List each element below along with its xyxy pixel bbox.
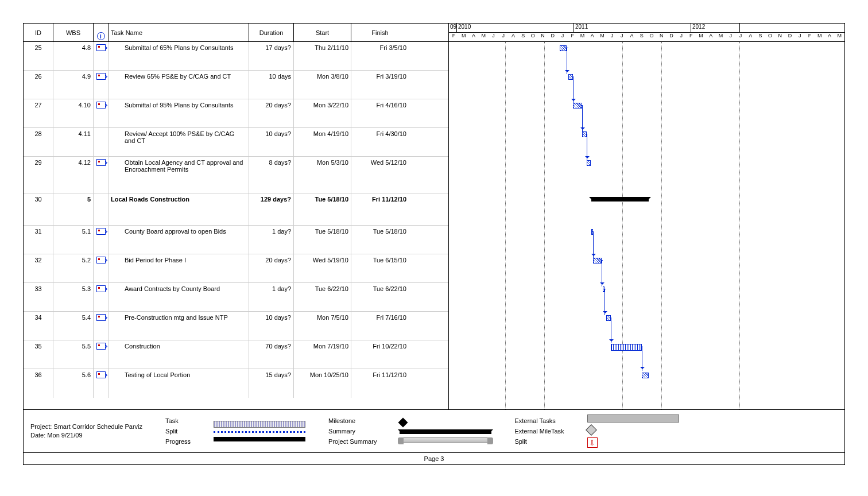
gantt-bar[interactable] [611,344,642,351]
col-wbs: WBS [53,24,94,41]
milestone-swatch [398,418,408,428]
col-start: Start [294,24,351,41]
cell-task: County Board approval to open Bids [108,226,249,254]
gantt-bar[interactable] [582,131,587,137]
month-label: M [815,33,824,42]
cell-info [94,157,108,193]
project-date: Date: Mon 9/21/09 [30,431,142,440]
month-label: D [785,33,795,42]
month-label: J [795,33,805,42]
cell-duration: 70 days? [249,340,294,369]
month-label: M [479,33,489,42]
gantt-bar[interactable] [642,373,649,378]
month-label: M [696,33,706,42]
cell-task: Submittal of 95% Plans by Consultants [108,99,249,127]
cell-wbs: 5.3 [53,283,94,311]
table-row[interactable]: 254.8Submittal of 65% Plans by Consultan… [24,42,448,71]
note-icon [96,159,106,166]
cell-duration: 10 days? [249,128,294,156]
cell-start: Tue 5/18/10 [294,226,351,254]
cell-info [94,254,108,282]
note-icon [96,371,106,378]
gantt-bar[interactable] [573,103,582,108]
cell-start: Mon 3/8/10 [294,71,351,99]
month-label: J [607,33,617,42]
gantt-bar[interactable] [606,315,611,321]
year-label: 2012 [691,24,740,32]
gantt-bar[interactable] [560,45,567,51]
month-label: O [528,33,538,42]
month-label: A [746,33,755,42]
cell-duration: 15 days? [249,369,294,398]
col-id: ID [24,24,53,41]
cell-finish: Fri 11/12/10 [351,369,409,398]
dependency-arrow [573,76,574,103]
cell-start: Tue 6/22/10 [294,283,351,311]
table-row[interactable]: 274.10Submittal of 95% Plans by Consulta… [24,99,448,128]
table-row[interactable]: 294.12Obtain Local Agency and CT approva… [24,157,448,193]
month-label: J [617,33,627,42]
cell-task: Obtain Local Agency and CT approval and … [108,157,249,193]
cell-id: 32 [24,254,53,282]
summary-swatch [400,429,491,434]
gridline [544,42,545,409]
cell-start: Mon 4/19/10 [294,128,351,156]
cell-id: 26 [24,71,53,99]
cell-finish: Tue 6/22/10 [351,283,409,311]
table-row[interactable]: 264.9Review 65% PS&E by C/CAG and CT10 d… [24,71,448,99]
month-label: A [824,33,834,42]
legend-external-label: External Tasks [514,417,555,424]
table-row[interactable]: 345.4Pre-Construction mtg and Issue NTP1… [24,312,448,340]
note-icon [96,102,106,108]
cell-start: Tue 5/18/10 [294,193,351,225]
col-info: i [94,24,108,41]
cell-start: Wed 5/19/10 [294,254,351,282]
cell-duration: 8 days? [249,157,294,193]
cell-start: Mon 5/3/10 [294,157,351,193]
month-label: J [557,33,567,42]
cell-wbs: 5.6 [53,369,94,398]
table-row[interactable]: 284.11Review/ Accept 100% PS&E by C/CAG … [24,128,448,157]
note-icon [96,285,106,292]
col-task: Task Name [108,24,249,41]
cell-info [94,128,108,156]
split-swatch [214,431,305,433]
table-row[interactable]: 365.6Testing of Local Portion15 days?Mon… [24,369,448,398]
table-row[interactable]: 315.1County Board approval to open Bids1… [24,226,448,254]
table-row[interactable]: 355.5Construction70 days?Mon 7/19/10Fri … [24,340,448,369]
cell-finish: Fri 10/22/10 [351,340,409,369]
gridline [739,42,740,409]
cell-wbs: 4.9 [53,71,94,99]
cell-info [94,340,108,369]
year-label: 2011 [574,24,691,32]
cell-id: 29 [24,157,53,193]
gantt-bar[interactable] [568,74,573,80]
cell-finish: Fri 3/19/10 [351,71,409,99]
legend-task-label: Task [165,417,179,424]
cell-wbs: 5 [53,193,94,225]
cell-finish: Fri 4/16/10 [351,99,409,127]
gantt-bar[interactable] [591,197,649,202]
cell-duration: 20 days? [249,254,294,282]
table-row[interactable]: 335.3Award Contracts by County Board1 da… [24,283,448,312]
dependency-connector [567,48,568,48]
gantt-bar[interactable] [593,258,602,264]
dependency-arrow [642,346,642,371]
legend-summary-label: Summary [328,428,355,435]
col-finish: Finish [351,24,409,41]
legend-milestone-label: Milestone [328,417,355,424]
month-label: S [755,33,765,42]
month-label: J [498,33,508,42]
month-label: M [578,33,587,42]
month-label: O [765,33,775,42]
table-row[interactable]: 325.2Bid Period for Phase I20 days?Wed 5… [24,254,448,283]
cell-task: Construction [108,340,249,369]
gantt-bar[interactable] [587,160,591,166]
month-label: J [489,33,498,42]
dependency-connector [604,289,606,289]
legend-split-label: Split [165,428,177,435]
month-label: A [508,33,518,42]
legend: Project: Smart Corridor Schedule Parviz … [24,409,844,452]
table-row[interactable]: 305Local Roads Construction129 days?Tue … [24,193,448,226]
month-label: J [726,33,735,42]
